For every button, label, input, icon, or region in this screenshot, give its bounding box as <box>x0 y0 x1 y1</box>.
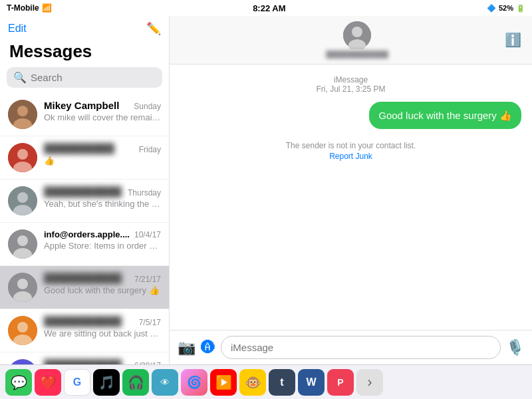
list-item[interactable]: ███████████ 7/5/17 We are sitting out ba… <box>0 309 169 352</box>
wifi-icon: 📶 <box>42 3 52 13</box>
status-indicators: 🔷 52% 🔋 <box>487 4 525 13</box>
conv-preview: Ok mike will cover the remainder <box>44 112 161 122</box>
compose-button[interactable]: ✏️ <box>146 21 161 36</box>
conv-name: ███████████ <box>44 186 122 198</box>
list-item[interactable]: ██████████ Friday 👍 <box>0 136 169 180</box>
status-time: 8:22 AM <box>253 3 285 13</box>
conv-preview: Yeah, but she's thinking the ra... <box>44 199 161 209</box>
conversation-content: ███████████ 6/29/17 I will <box>44 359 161 364</box>
conv-time: Thursday <box>128 188 161 198</box>
dock-more-icon[interactable]: › <box>356 369 383 396</box>
chat-panel: ████████████ ℹ️ iMessage Fri, Jul 21, 3:… <box>170 16 532 364</box>
conv-top: ██████████ Friday <box>44 143 161 154</box>
message-input[interactable] <box>221 336 501 359</box>
conv-time: 10/4/17 <box>134 230 161 239</box>
sender-note: The sender is not in your contact list. <box>180 140 521 152</box>
avatar: JS <box>8 359 37 364</box>
chat-messages-area: iMessage Fri, Jul 21, 3:25 PM Good luck … <box>170 65 532 330</box>
list-item[interactable]: info@orders.apple.... 10/4/17 Apple Stor… <box>0 223 169 266</box>
list-item[interactable]: ███████████ Thursday Yeah, but she's thi… <box>0 180 169 223</box>
conversation-content: info@orders.apple.... 10/4/17 Apple Stor… <box>44 229 161 251</box>
report-junk-link[interactable]: Report Junk <box>180 152 521 161</box>
edit-button[interactable]: Edit <box>8 23 27 35</box>
conv-name: ███████████ <box>44 316 122 327</box>
svg-point-19 <box>352 27 362 37</box>
messages-title: Messages <box>0 39 169 67</box>
search-input[interactable] <box>31 72 156 83</box>
dock-swirl-icon[interactable]: 🌀 <box>181 369 207 396</box>
conversation-content: ███████████ Thursday Yeah, but she's thi… <box>44 186 161 209</box>
svg-point-1 <box>17 106 28 116</box>
dock-google-icon[interactable]: G <box>64 369 90 396</box>
dock-pocket-icon[interactable]: P <box>327 369 354 396</box>
conv-preview: 👍 <box>44 156 161 166</box>
search-icon: 🔍 <box>13 71 27 84</box>
app-dock: 💬 ❤️ G 🎵 🎧 👁 🌀 ▶️ 🐵 t W P › <box>0 364 532 399</box>
avatar <box>8 273 37 302</box>
avatar <box>8 100 37 129</box>
avatar <box>8 316 37 345</box>
battery-icon: 🔋 <box>516 4 525 13</box>
dock-music-icon[interactable]: 🎵 <box>93 369 120 396</box>
app-container: Edit ✏️ Messages 🔍 Mikey Camp <box>0 16 532 364</box>
list-item[interactable]: ███████████ 7/21/17 Good luck with the s… <box>0 266 169 309</box>
svg-point-7 <box>17 192 28 203</box>
conv-time: 7/21/17 <box>134 275 161 284</box>
camera-button[interactable]: 📷 <box>178 339 196 356</box>
battery-label: 52% <box>499 4 513 12</box>
message-bubble: Good luck with the surgery 👍 <box>369 102 521 129</box>
status-bar: T-Mobile 📶 8:22 AM 🔷 52% 🔋 <box>0 0 532 16</box>
contact-name-label: ████████████ <box>326 51 388 59</box>
chat-header-center: ████████████ <box>326 21 388 59</box>
conv-name: info@orders.apple.... <box>44 229 130 239</box>
carrier-label: T-Mobile <box>7 3 39 13</box>
svg-point-13 <box>17 279 28 289</box>
conv-top: Mikey Campbell Sunday <box>44 100 161 111</box>
dock-tumblr-icon[interactable]: t <box>269 369 295 396</box>
left-header: Edit ✏️ <box>0 16 169 39</box>
svg-point-10 <box>17 235 28 246</box>
conversation-content: ██████████ Friday 👍 <box>44 143 161 166</box>
conv-top: info@orders.apple.... 10/4/17 <box>44 229 161 239</box>
avatar <box>8 229 37 259</box>
conv-name: ███████████ <box>44 273 122 284</box>
dock-spotify-icon[interactable]: 🎧 <box>122 369 149 396</box>
status-carrier: T-Mobile 📶 <box>7 3 52 13</box>
conversation-content: ███████████ 7/21/17 Good luck with the s… <box>44 273 161 295</box>
conv-name: ██████████ <box>44 143 114 154</box>
microphone-button[interactable]: 🎙️ <box>506 339 524 356</box>
conv-top: ███████████ 7/5/17 <box>44 316 161 327</box>
dock-monkey-icon[interactable]: 🐵 <box>239 369 266 396</box>
dock-periscope-icon[interactable]: 👁 <box>152 369 178 396</box>
dock-health-icon[interactable]: ❤️ <box>35 369 61 396</box>
list-item[interactable]: JS ███████████ 6/29/17 I will <box>0 352 169 364</box>
service-type-label: iMessage Fri, Jul 21, 3:25 PM <box>180 75 521 94</box>
conv-preview: Apple Store: Items in order W5... <box>44 241 161 251</box>
conv-time: Friday <box>139 145 161 154</box>
conv-preview: We are sitting out back just come in <box>44 329 161 338</box>
chat-header: ████████████ ℹ️ <box>170 16 532 65</box>
info-button[interactable]: ℹ️ <box>505 32 521 48</box>
conv-time: Sunday <box>134 102 161 111</box>
conversation-content: Mikey Campbell Sunday Ok mike will cover… <box>44 100 161 122</box>
avatar <box>8 143 37 172</box>
dock-youtube-icon[interactable]: ▶️ <box>210 369 237 396</box>
dock-word-icon[interactable]: W <box>298 369 325 396</box>
chat-input-area: 📷 🅐 🎙️ <box>170 330 532 364</box>
conv-time: 7/5/17 <box>139 318 161 327</box>
conv-top: ███████████ Thursday <box>44 186 161 198</box>
contact-avatar <box>343 21 371 49</box>
conv-top: ███████████ 7/21/17 <box>44 273 161 284</box>
conversation-list: Mikey Campbell Sunday Ok mike will cover… <box>0 93 169 364</box>
list-item[interactable]: Mikey Campbell Sunday Ok mike will cover… <box>0 93 169 136</box>
bluetooth-icon: 🔷 <box>487 4 496 13</box>
search-bar: 🔍 <box>7 67 162 88</box>
dock-messages-icon[interactable]: 💬 <box>5 369 32 396</box>
conv-name: ███████████ <box>44 359 122 364</box>
app-store-button[interactable]: 🅐 <box>201 339 215 356</box>
message-list-panel: Edit ✏️ Messages 🔍 Mikey Camp <box>0 16 170 364</box>
message-row: Good luck with the surgery 👍 <box>180 102 521 129</box>
conv-top: ███████████ 6/29/17 <box>44 359 161 364</box>
conv-preview: Good luck with the surgery 👍 <box>44 285 161 295</box>
conversation-content: ███████████ 7/5/17 We are sitting out ba… <box>44 316 161 338</box>
